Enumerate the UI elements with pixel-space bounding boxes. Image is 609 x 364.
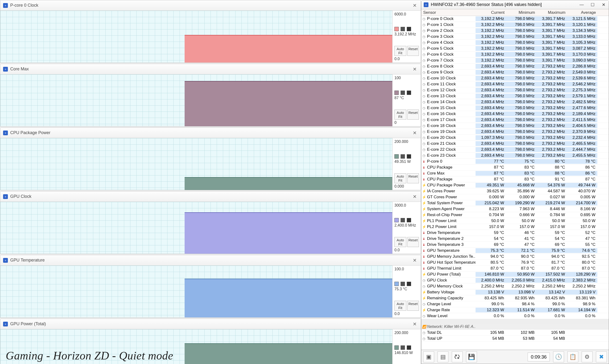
table-row[interactable]: ◷ E-core 13 Clock 2,693.4 MHz 798.0 MHz … — [421, 93, 609, 99]
table-row[interactable]: ◷ GPU Clock 2,400.0 MHz 2,265.0 MHz 2,41… — [421, 277, 609, 283]
legend-swatch[interactable] — [394, 282, 399, 286]
table-row[interactable]: ⚡ GT Cores Power 0.000 W 0.000 W 0.027 W… — [421, 194, 609, 200]
table-row[interactable]: 🌡 GPU Thermal Limit 87.0 °C 87.0 °C 87.0… — [421, 266, 609, 272]
autofit-button[interactable]: Auto Fit — [394, 301, 406, 311]
table-row[interactable]: ◷ Total UP 54 MB 53 MB 54 MB — [421, 336, 609, 342]
graph-titlebar[interactable]: ≡ GPU Clock ✕ — [0, 191, 421, 202]
close-icon[interactable]: ✕ — [411, 257, 418, 264]
graph-canvas[interactable] — [0, 138, 392, 190]
table-row[interactable]: ◷ GPU Memory Clock 2,250.2 MHz 2,250.2 M… — [421, 283, 609, 289]
table-row[interactable]: 🌡 GPU Temperature 75.3 °C 72.1 °C 75.9 °… — [421, 248, 609, 254]
table-row[interactable]: ◷ E-core 20 Clock 1,097.3 MHz 798.0 MHz … — [421, 135, 609, 141]
autofit-button[interactable]: Auto Fit — [394, 110, 406, 120]
reset-button[interactable]: Reset — [407, 46, 419, 56]
minimize-button[interactable]: — — [579, 2, 584, 7]
legend-swatch[interactable] — [394, 154, 399, 159]
legend-swatch-dark[interactable] — [407, 154, 411, 159]
graph-titlebar[interactable]: ≡ GPU Power (Total) ✕ — [0, 319, 421, 329]
table-row[interactable]: 🌡 Drive Temperature 3 69 °C 47 °C 69 °C … — [421, 242, 609, 248]
legend-swatch[interactable] — [394, 345, 399, 350]
legend-swatch-line[interactable] — [401, 91, 405, 95]
legend-swatch-line[interactable] — [401, 282, 405, 286]
table-row[interactable]: ◷ E-core 10 Clock 2,693.4 MHz 798.0 MHz … — [421, 75, 609, 81]
save-button[interactable]: 💾 — [466, 351, 477, 362]
legend-swatch-dark[interactable] — [407, 282, 411, 286]
table-row[interactable]: 🌡 Core Max 87 °C 83 °C 88 °C 86 °C — [421, 170, 609, 176]
maximize-button[interactable]: ☐ — [590, 2, 596, 7]
table-row[interactable]: ◷ E-core 11 Clock 2,693.4 MHz 798.0 MHz … — [421, 81, 609, 87]
close-icon[interactable]: ✕ — [411, 193, 418, 200]
table-row[interactable]: 🌡 GPU Hot Spot Temperature 80.5 °C 76.9 … — [421, 260, 609, 266]
header-sensor[interactable]: Sensor — [421, 10, 476, 15]
table-row[interactable]: ◷ P-core 3 Clock 3,192.2 MHz 798.0 MHz 3… — [421, 34, 609, 40]
autofit-button[interactable]: Auto Fit — [394, 237, 406, 247]
table-row[interactable]: ◷ E-core 22 Clock 2,693.4 MHz 798.0 MHz … — [421, 147, 609, 153]
sensor-rows[interactable]: ◷ P-core 0 Clock 3,192.2 MHz 798.0 MHz 3… — [421, 16, 609, 350]
table-row[interactable]: 🌡 P-core 0 77 °C 75 °C 80 °C 78 °C — [421, 159, 609, 165]
table-row[interactable]: ◷ E-core 14 Clock 2,693.4 MHz 798.0 MHz … — [421, 99, 609, 105]
table-row[interactable]: ◷ P-core 0 Clock 3,192.2 MHz 798.0 MHz 3… — [421, 16, 609, 22]
reset-button[interactable]: Reset — [407, 110, 419, 120]
legend-swatch[interactable] — [394, 91, 399, 95]
table-row[interactable]: 🌡 GPU Memory Junction Te... 94.0 °C 90.0… — [421, 254, 609, 260]
table-row[interactable]: ◷ Total DL 105 MB 102 MB 105 MB — [421, 330, 609, 336]
header-maximum[interactable]: Maximum — [537, 10, 567, 15]
graph-titlebar[interactable]: ≡ GPU Temperature ✕ — [0, 255, 421, 266]
table-row[interactable]: ◷ P-core 2 Clock 3,192.2 MHz 798.0 MHz 3… — [421, 28, 609, 34]
clock-button[interactable]: 🕓 — [553, 351, 564, 362]
graph-titlebar[interactable]: ≡ CPU Package Power ✕ — [0, 128, 421, 138]
close-tool-button[interactable]: ✖ — [596, 351, 607, 362]
header-current[interactable]: Current — [476, 10, 506, 15]
copy-button[interactable]: 📋 — [567, 351, 578, 362]
table-row[interactable]: ⚡ PL2 Power Limit 157.0 W 157.0 W 157.0 … — [421, 224, 609, 230]
table-row[interactable]: ◷ E-core 23 Clock 2,693.4 MHz 798.0 MHz … — [421, 153, 609, 159]
header-average[interactable]: Average — [567, 10, 598, 15]
table-row[interactable]: ⚡ Battery Voltage 13.138 V 13.098 V 13.1… — [421, 289, 609, 295]
expand-button[interactable]: ▣ — [423, 351, 434, 362]
reset-button[interactable]: Reset — [407, 301, 419, 311]
legend-swatch[interactable] — [394, 27, 399, 31]
graph-canvas[interactable] — [0, 74, 392, 126]
graph-canvas[interactable] — [0, 11, 392, 63]
close-icon[interactable]: ✕ — [411, 66, 418, 73]
table-row[interactable]: ◷ Wear Level 0.0 % 0.0 % 0.0 % 0.0 % — [421, 313, 609, 319]
table-row[interactable]: ◷ E-core 8 Clock 2,693.4 MHz 798.0 MHz 2… — [421, 64, 609, 69]
graph-titlebar[interactable]: ≡ Core Max ✕ — [0, 64, 421, 74]
table-row[interactable]: 🌡 CPU Package 87 °C 83 °C 88 °C 86 °C — [421, 165, 609, 170]
legend-swatch-line[interactable] — [401, 27, 405, 31]
table-row[interactable]: ◷ E-core 12 Clock 2,693.4 MHz 798.0 MHz … — [421, 87, 609, 93]
legend-swatch-line[interactable] — [401, 218, 405, 222]
legend-swatch[interactable] — [394, 218, 399, 222]
table-row[interactable]: ◷ E-core 17 Clock 2,693.4 MHz 798.0 MHz … — [421, 117, 609, 123]
legend-swatch-dark[interactable] — [407, 218, 411, 222]
table-row[interactable]: ⚡ Charge Rate 12.323 W 11.514 W 17.681 W… — [421, 307, 609, 313]
reset-button[interactable]: Reset — [407, 173, 419, 183]
table-row[interactable]: ⚡ Rest-of-Chip Power 0.704 W 0.666 W 0.7… — [421, 212, 609, 218]
autofit-button[interactable]: Auto Fit — [394, 173, 406, 183]
table-row[interactable]: ◷ E-core 18 Clock 2,693.4 MHz 798.0 MHz … — [421, 123, 609, 129]
graph-canvas[interactable] — [0, 266, 392, 317]
table-row[interactable]: ◷ Charge Level 99.0 % 98.4 % 99.0 % 98.9… — [421, 301, 609, 307]
table-row[interactable]: ⚡ PL1 Power Limit 50.0 W 50.0 W 50.0 W 5… — [421, 218, 609, 224]
table-row[interactable]: ⚡ IA Cores Power 39.625 W 35.896 W 44.58… — [421, 188, 609, 194]
table-row[interactable]: 🌡 Drive Temperature 2 54 °C 41 °C 54 °C … — [421, 236, 609, 242]
collapse-button[interactable]: ▤ — [437, 351, 449, 362]
table-row[interactable]: ⚡ Total System Power 215.042 W 199.290 W… — [421, 200, 609, 206]
legend-swatch-line[interactable] — [401, 154, 405, 159]
legend-swatch-dark[interactable] — [407, 345, 411, 350]
table-row[interactable]: ◷ P-core 5 Clock 3,192.2 MHz 798.0 MHz 3… — [421, 46, 609, 52]
legend-swatch-line[interactable] — [401, 345, 405, 350]
close-icon[interactable]: ✕ — [411, 130, 418, 136]
table-row[interactable]: ◷ E-core 21 Clock 2,693.4 MHz 798.0 MHz … — [421, 141, 609, 147]
group-header[interactable]: 📶Network: Killer Wi-Fi 6E A... — [421, 324, 609, 330]
graph-canvas[interactable] — [0, 202, 392, 254]
legend-swatch-dark[interactable] — [407, 91, 411, 95]
close-icon[interactable]: ✕ — [411, 2, 418, 9]
close-icon[interactable]: ✕ — [411, 321, 418, 327]
table-row[interactable]: ⚡ Remaining Capacity 83.425 Wh 82.935 Wh… — [421, 295, 609, 301]
autofit-button[interactable]: Auto Fit — [394, 46, 406, 56]
table-row[interactable]: ⚡ System Agent Power 8.223 W 7.963 W 8.4… — [421, 206, 609, 212]
table-row[interactable]: ◷ P-core 1 Clock 3,192.2 MHz 798.0 MHz 3… — [421, 22, 609, 28]
header-minimum[interactable]: Minimum — [506, 10, 537, 15]
table-row[interactable]: ◷ P-core 7 Clock 3,192.2 MHz 798.0 MHz 3… — [421, 58, 609, 64]
